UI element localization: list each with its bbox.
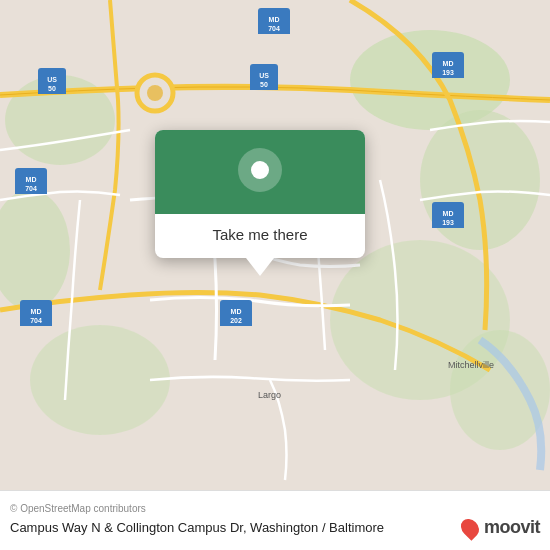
svg-text:704: 704 [25, 185, 37, 192]
svg-text:50: 50 [260, 81, 268, 88]
svg-text:193: 193 [442, 69, 454, 76]
moovit-pin-icon [457, 515, 482, 540]
popup-label-area: Take me there [155, 214, 365, 258]
svg-text:MD: MD [269, 16, 280, 23]
moovit-logo: moovit [462, 517, 540, 538]
svg-point-2 [420, 110, 540, 250]
svg-text:704: 704 [268, 25, 280, 32]
map-container: US 50 US 50 MD 704 MD 704 MD 193 MD 193 … [0, 0, 550, 490]
svg-text:MD: MD [231, 308, 242, 315]
address-text: Campus Way N & Collington Campus Dr, Was… [10, 520, 384, 535]
address-line: Campus Way N & Collington Campus Dr, Was… [10, 517, 540, 538]
svg-text:193: 193 [442, 219, 454, 226]
svg-point-7 [450, 330, 550, 450]
svg-text:704: 704 [30, 317, 42, 324]
svg-point-9 [147, 85, 163, 101]
svg-text:MD: MD [31, 308, 42, 315]
svg-text:50: 50 [48, 85, 56, 92]
popup-green-area [155, 130, 365, 214]
svg-text:MD: MD [443, 210, 454, 217]
svg-text:MD: MD [443, 60, 454, 67]
moovit-logo-text: moovit [484, 517, 540, 538]
bottom-bar: © OpenStreetMap contributors Campus Way … [0, 490, 550, 550]
svg-point-5 [30, 325, 170, 435]
svg-text:US: US [259, 72, 269, 79]
svg-text:202: 202 [230, 317, 242, 324]
copyright-text: © OpenStreetMap contributors [10, 503, 540, 514]
svg-text:Largo: Largo [258, 390, 281, 400]
location-pin-icon [238, 148, 282, 192]
svg-text:Mitchellville: Mitchellville [448, 360, 494, 370]
popup-card: Take me there [155, 130, 365, 258]
take-me-there-button[interactable]: Take me there [171, 226, 349, 243]
svg-text:MD: MD [26, 176, 37, 183]
svg-text:US: US [47, 76, 57, 83]
popup-triangle [246, 258, 274, 276]
